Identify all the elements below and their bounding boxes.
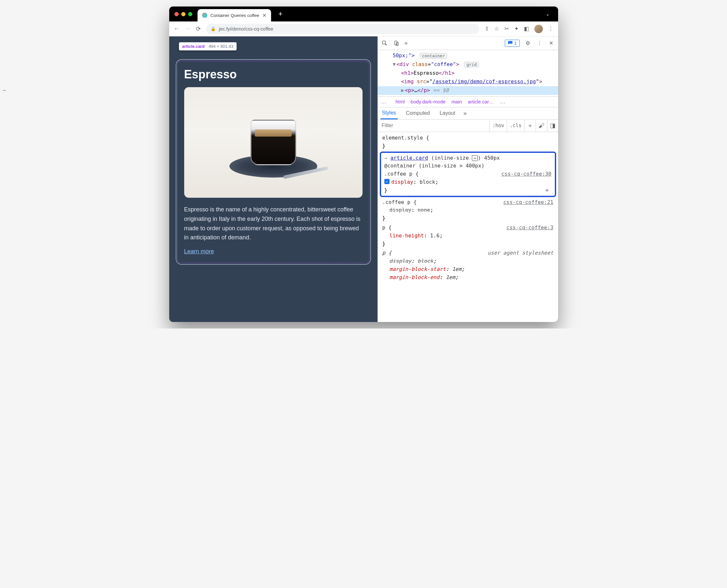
source-link[interactable]: css-cq-coffee:30 [501, 170, 551, 178]
element-line-selected[interactable]: ⋯ ▶<p>…</p> == $0 [378, 86, 558, 95]
learn-more-link[interactable]: Learn more [184, 248, 214, 255]
close-tab-icon[interactable]: ✕ [262, 12, 266, 19]
close-window-button[interactable] [175, 12, 179, 16]
styles-tabs-overflow-icon[interactable]: » [463, 110, 467, 117]
element-line[interactable]: <h1>Espresso</h1> [378, 69, 558, 78]
side-panel-icon[interactable]: ◧ [524, 25, 529, 32]
crumb-overflow-left[interactable]: … [381, 98, 387, 105]
new-tab-button[interactable]: + [274, 10, 287, 18]
svg-rect-1 [395, 41, 397, 45]
crumb-overflow-right[interactable]: … [500, 98, 506, 105]
inline-size-icon: ↔ [472, 155, 478, 161]
url-text: jec.fyi/demo/css-cq-coffee [219, 26, 274, 31]
css-property[interactable]: margin-block-start: 1em; [382, 266, 553, 274]
device-toggle-icon[interactable] [393, 40, 400, 47]
styles-filter-row: :hov .cls ＋ 🖌 ◨ [378, 120, 558, 132]
issues-count: 1 [514, 41, 517, 46]
chrome-menu-icon[interactable]: ⋮ [548, 25, 553, 32]
toggle-sidebar-icon[interactable]: ◨ [547, 120, 558, 132]
page-viewport: article.card 494 × 601.43 Espresso Espre… [169, 37, 378, 322]
forward-button[interactable]: → [185, 25, 191, 32]
article-card: Espresso Espresso is the name of a highl… [176, 59, 371, 265]
container-at-rule: @container (inline-size > 400px) [384, 162, 551, 170]
minimize-window-button[interactable] [181, 12, 185, 16]
container-badge[interactable]: container [420, 53, 447, 59]
source-link[interactable]: css-cq-coffee:3 [506, 224, 553, 232]
rule-user-agent[interactable]: p {user agent stylesheet display: block;… [378, 249, 558, 282]
crumb-item[interactable]: body.dark-mode [411, 99, 445, 104]
share-icon[interactable]: ⇪ [485, 25, 489, 32]
grid-badge[interactable]: grid [464, 62, 479, 67]
element-line[interactable]: <img src="/assets/img/demo/cof-espresso.… [378, 78, 558, 86]
element-line[interactable]: ▼<div class="coffee"> grid [378, 60, 558, 69]
scissors-icon[interactable]: ✂ [504, 25, 509, 32]
lock-icon: 🔒 [210, 26, 216, 31]
tooltip-selector: article.card [182, 44, 205, 49]
new-rule-icon[interactable]: ＋ [524, 120, 536, 132]
kebab-menu-icon[interactable]: ⋮ [536, 40, 543, 47]
rule-element-style[interactable]: element.style {} [378, 133, 558, 151]
element-line[interactable]: 50px;"> container [378, 51, 558, 60]
css-property-overridden[interactable]: display: block; [382, 257, 553, 266]
avatar[interactable] [534, 25, 543, 33]
titlebar: Container Queries coffee ✕ + ⌄ [169, 6, 558, 21]
css-property[interactable]: line-height: 1.6; [382, 232, 553, 240]
card-title: Espresso [184, 68, 363, 81]
cq-selector-link[interactable]: article.card [390, 155, 428, 161]
property-checkbox[interactable]: ✓ [384, 179, 389, 184]
user-agent-label: user agent stylesheet [487, 249, 553, 257]
close-devtools-icon[interactable]: ✕ [548, 40, 555, 47]
css-property-overridden[interactable]: display: none; [382, 206, 553, 214]
back-button[interactable]: ← [174, 25, 180, 32]
card-body: Espresso is the name of a highly concent… [184, 205, 363, 242]
rule-block[interactable]: p {css-cq-coffee:3 line-height: 1.6; } [378, 223, 558, 249]
tab-title: Container Queries coffee [210, 13, 259, 18]
card-image [184, 87, 363, 198]
crumb-item[interactable]: html [396, 99, 405, 104]
tab-computed[interactable]: Computed [404, 107, 431, 119]
filter-input[interactable] [378, 123, 490, 128]
crumb-item[interactable]: main [451, 99, 462, 104]
paint-icon[interactable]: 🖌 [536, 120, 547, 132]
elements-tree[interactable]: 50px;"> container ▼<div class="coffee"> … [378, 50, 558, 96]
issues-button[interactable]: 1 [505, 40, 520, 47]
omnibox[interactable]: 🔒 jec.fyi/demo/css-cq-coffee [206, 24, 479, 34]
bookmark-icon[interactable]: ☆ [494, 25, 499, 32]
window-controls [175, 12, 192, 16]
inspect-icon[interactable] [381, 40, 388, 47]
tab-layout[interactable]: Layout [438, 107, 457, 119]
css-property[interactable]: margin-block-end: 1em; [382, 274, 553, 282]
element-tooltip: article.card 494 × 601.43 [179, 42, 237, 50]
styles-tabs: Styles Computed Layout » [378, 107, 558, 120]
source-link[interactable]: css-cq-coffee:21 [503, 198, 553, 207]
devtools-panel: » 1 ⚙ ⋮ ✕ 50px;"> container ▼<div class=… [378, 37, 558, 322]
add-property-icon[interactable]: ＋ [544, 185, 550, 195]
favicon-icon [202, 13, 207, 18]
settings-icon[interactable]: ⚙ [524, 40, 531, 47]
url-bar: ← → ⟳ 🔒 jec.fyi/demo/css-cq-coffee ⇪ ☆ ✂… [169, 21, 558, 37]
maximize-window-button[interactable] [188, 12, 192, 16]
styles-body[interactable]: element.style {} → article.card (inline-… [378, 132, 558, 322]
rule-block[interactable]: .coffee p {css-cq-coffee:21 display: non… [378, 198, 558, 223]
css-property[interactable]: ✓ display: block; [384, 178, 551, 186]
img-src-link[interactable]: /assets/img/demo/cof-espresso.jpg [432, 78, 536, 85]
cls-button[interactable]: .cls [507, 120, 524, 132]
panel-overflow-icon[interactable]: » [404, 40, 408, 46]
hov-button[interactable]: :hov [489, 120, 507, 132]
tooltip-dimensions: 494 × 601.43 [208, 44, 233, 49]
extensions-icon[interactable]: ✦ [514, 25, 519, 32]
crumb-item[interactable]: article.car… [468, 99, 494, 104]
reload-button[interactable]: ⟳ [196, 25, 201, 33]
browser-tab[interactable]: Container Queries coffee ✕ [198, 9, 271, 21]
breadcrumb: … html body.dark-mode main article.car… … [378, 96, 558, 107]
tab-styles[interactable]: Styles [380, 107, 398, 119]
tabs-overflow-icon[interactable]: ⌄ [543, 12, 553, 17]
devtools-toolbar: » 1 ⚙ ⋮ ✕ [378, 37, 558, 50]
rule-container-query[interactable]: → article.card (inline-size ↔) 450px @co… [380, 151, 556, 197]
browser-window: Container Queries coffee ✕ + ⌄ ← → ⟳ 🔒 j… [169, 6, 558, 322]
